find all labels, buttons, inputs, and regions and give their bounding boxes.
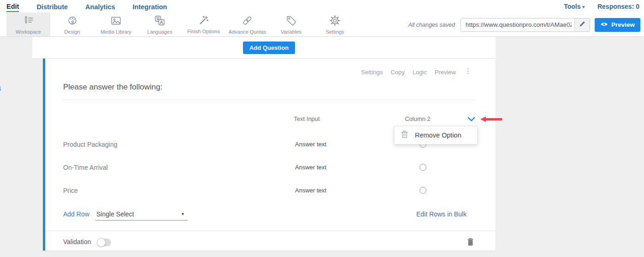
toolbar-tab-advance-quotas[interactable]: Advance Quotas <box>225 12 269 36</box>
save-status: All changes saved <box>408 22 455 28</box>
toolbar-tab-languages[interactable]: Languages <box>138 12 182 36</box>
chevron-down-icon: ▾ <box>582 5 585 9</box>
edit-rows-in-bulk-link[interactable]: Edit Rows in Bulk <box>416 210 467 218</box>
responses-count[interactable]: Responses: 0 <box>597 3 639 10</box>
question-title[interactable]: Please answer the following: <box>63 83 475 100</box>
edit-url-button[interactable] <box>574 18 590 31</box>
pencil-icon <box>579 21 585 29</box>
radio-button[interactable] <box>419 164 426 171</box>
select-caret-icon: ▾ <box>182 211 184 216</box>
row-label[interactable]: Product Packaging <box>63 140 118 149</box>
add-question-button[interactable]: Add Question <box>243 42 295 54</box>
advance-quotas-icon <box>242 15 253 28</box>
workspace-icon <box>23 16 34 28</box>
question-logic-link[interactable]: Logic <box>413 69 427 76</box>
row-type-value: Single Select <box>96 210 134 218</box>
column-header-text-input[interactable]: Text Input <box>264 115 349 122</box>
question-preview-link[interactable]: Preview <box>435 69 456 76</box>
toolbar-tab-design[interactable]: Design <box>50 12 94 36</box>
finish-options-icon <box>198 16 209 27</box>
toolbar-tab-workspace[interactable]: Workspace <box>6 12 50 36</box>
survey-url-input[interactable] <box>461 18 574 31</box>
trash-icon <box>401 130 408 140</box>
languages-icon <box>154 15 165 28</box>
toolbar-tab-label: Workspace <box>16 29 41 35</box>
column2-dropdown-chevron-icon[interactable] <box>467 115 475 124</box>
toolbar-tab-label: Advance Quotas <box>229 29 266 35</box>
validation-label: Validation <box>63 238 91 245</box>
editor-toolbar: Workspace Design Media Library Languages <box>0 12 644 37</box>
toggle-knob <box>97 238 106 247</box>
answer-text-cell[interactable]: Answer text <box>295 163 326 172</box>
toolbar-tab-label: Finish Options <box>187 29 219 34</box>
add-question-bar: Add Question <box>32 37 496 59</box>
kebab-menu-icon[interactable]: ⋮ <box>465 67 472 74</box>
validation-toggle[interactable] <box>97 239 111 246</box>
toolbar-tab-label: Settings <box>326 29 344 35</box>
preview-button-label: Preview <box>611 21 635 28</box>
questionpro-survey-editor: Edit Distribute Analytics Integration To… <box>0 0 644 257</box>
row-type-select[interactable]: Single Select ▾ <box>95 209 188 221</box>
toolbar-tab-label: Languages <box>147 29 172 35</box>
nav-tab-edit[interactable]: Edit <box>6 1 19 12</box>
answer-text-cell[interactable]: Answer text <box>295 186 326 195</box>
preview-button[interactable]: Preview <box>595 18 640 32</box>
add-row-section: Add Row Single Select ▾ Edit Rows in Bul… <box>45 209 496 221</box>
matrix-row: On-Time Arrival Answer text <box>45 163 496 172</box>
toolbar-tab-label: Variables <box>281 29 301 35</box>
tools-menu[interactable]: Tools ▾ <box>564 3 585 10</box>
toolbar-tab-variables[interactable]: Variables <box>269 12 313 36</box>
add-row-button[interactable]: Add Row <box>63 210 89 218</box>
row-label[interactable]: Price <box>63 186 78 195</box>
top-nav: Edit Distribute Analytics Integration To… <box>0 0 644 12</box>
answer-text-cell[interactable]: Answer text <box>295 140 326 149</box>
nav-tab-analytics[interactable]: Analytics <box>85 1 115 12</box>
toolbar-right-group: All changes saved Preview <box>408 12 641 37</box>
design-icon <box>67 16 77 28</box>
tools-label: Tools <box>564 3 580 10</box>
validation-section: Validation <box>45 237 496 247</box>
card-divider <box>45 231 496 231</box>
variables-icon <box>286 15 296 28</box>
annotation-arrow-icon <box>480 116 502 124</box>
delete-question-icon[interactable] <box>467 238 474 248</box>
nav-tab-integration[interactable]: Integration <box>133 1 167 12</box>
toolbar-tab-label: Design <box>64 29 80 35</box>
toolbar-tab-label: Media Library <box>100 29 131 35</box>
question-copy-link[interactable]: Copy <box>390 69 404 76</box>
row-label[interactable]: On-Time Arrival <box>63 163 108 172</box>
survey-url-box <box>461 18 590 32</box>
remove-option-menu-item[interactable]: Remove Option <box>415 131 461 139</box>
column-options-menu: Remove Option <box>394 126 478 144</box>
question-number: 4 <box>0 84 1 92</box>
column-header-column2[interactable]: Column 2 <box>384 115 451 122</box>
eye-icon <box>600 21 608 28</box>
toolbar-tab-finish-options[interactable]: Finish Options <box>182 12 225 36</box>
question-card: Settings Copy Logic Preview ⋮ Please ans… <box>43 59 496 251</box>
question-settings-link[interactable]: Settings <box>361 69 383 76</box>
nav-tab-distribute[interactable]: Distribute <box>36 1 68 12</box>
question-actions: Settings Copy Logic Preview <box>361 69 456 76</box>
radio-button[interactable] <box>419 187 426 194</box>
matrix-row: Price Answer text <box>45 186 496 195</box>
toolbar-tab-media-library[interactable]: Media Library <box>94 12 138 36</box>
media-library-icon <box>111 16 121 28</box>
settings-icon <box>330 15 340 28</box>
toolbar-tab-settings[interactable]: Settings <box>313 12 357 36</box>
